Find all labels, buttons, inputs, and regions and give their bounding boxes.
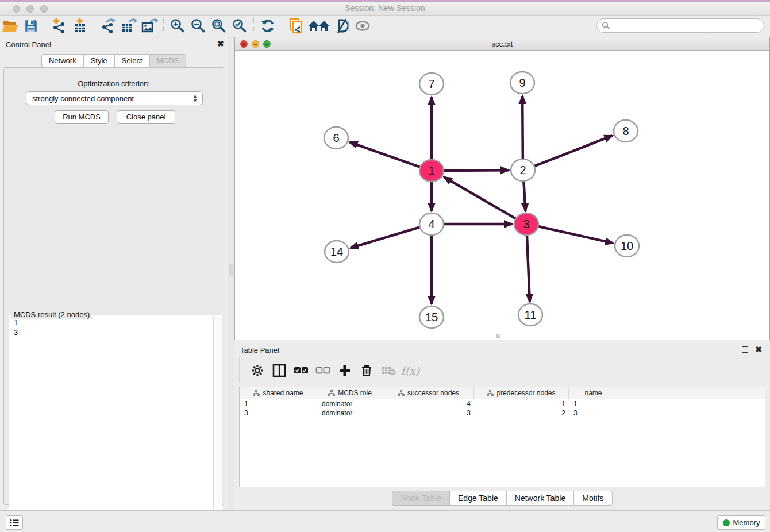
node-table[interactable]: shared name MCDS role successor nodes pr… <box>239 387 765 487</box>
table-cell[interactable]: 3 <box>240 408 317 418</box>
column-header-successor-nodes[interactable]: successor nodes <box>383 387 474 399</box>
close-table-panel-icon[interactable]: ✖ <box>755 345 762 354</box>
graph-node-6[interactable]: 6 <box>324 127 348 149</box>
control-panel-tabs: Network Style Select MCDS <box>0 54 228 67</box>
window-title: Session: New Session <box>0 3 770 13</box>
add-column-icon[interactable] <box>334 361 356 380</box>
tab-select[interactable]: Select <box>114 54 149 67</box>
splitter-grip[interactable] <box>229 264 233 276</box>
tab-motifs[interactable]: Motifs <box>573 491 612 506</box>
save-session-icon[interactable] <box>21 17 41 35</box>
import-network-icon[interactable] <box>49 17 70 35</box>
graph-svg[interactable]: 7968124314101511 <box>236 51 770 340</box>
split-view-icon[interactable] <box>268 361 290 380</box>
graph-node-3[interactable]: 3 <box>514 213 538 235</box>
table-cell[interactable]: 2 <box>474 408 569 418</box>
column-header-mcds-role[interactable]: MCDS role <box>317 387 383 399</box>
graph-node-15[interactable]: 15 <box>419 306 444 328</box>
graph-node-10[interactable]: 10 <box>615 235 639 257</box>
graph-node-4[interactable]: 4 <box>419 213 444 235</box>
mcds-result-line: 3 <box>14 327 213 337</box>
table-row[interactable]: 3dominator323 <box>240 408 765 418</box>
graph-edge-2-9[interactable] <box>522 96 523 160</box>
tab-node-table[interactable]: Node Table <box>392 491 449 506</box>
float-table-panel-icon[interactable] <box>742 346 748 353</box>
graph-edge-3-11[interactable] <box>527 234 530 302</box>
table-cell[interactable]: 1 <box>569 399 618 408</box>
export-image-icon[interactable] <box>139 17 160 35</box>
table-cell[interactable]: 3 <box>569 408 618 418</box>
graph-edge-2-8[interactable] <box>534 136 613 166</box>
column-header-name[interactable]: name <box>569 387 618 399</box>
table-cell[interactable]: dominator <box>317 399 383 408</box>
tab-style[interactable]: Style <box>83 54 114 67</box>
list-icon <box>10 519 19 527</box>
home-icon[interactable] <box>306 17 332 35</box>
tab-network[interactable]: Network <box>41 54 83 67</box>
run-mcds-button[interactable]: Run MCDS <box>55 110 109 124</box>
graph-edge-1-2[interactable] <box>443 170 509 171</box>
hierarchy-icon <box>398 390 405 396</box>
deselect-all-icon[interactable] <box>312 361 334 380</box>
delete-column-trash-icon[interactable] <box>356 361 378 380</box>
open-session-icon[interactable] <box>0 17 21 35</box>
graph-node-label: 7 <box>428 78 434 90</box>
zoom-fit-icon[interactable] <box>209 17 229 35</box>
panel-splitter[interactable] <box>228 36 234 510</box>
table-panel-title: Table Panel <box>240 346 279 354</box>
close-panel-icon[interactable]: ✖ <box>217 39 224 48</box>
tab-network-table[interactable]: Network Table <box>506 491 573 506</box>
import-table-icon[interactable] <box>70 17 90 35</box>
apply-layout-icon[interactable] <box>257 17 278 35</box>
graph-edge-2-3[interactable] <box>523 180 525 211</box>
graph-node-2[interactable]: 2 <box>511 159 535 181</box>
graph-node-label: 6 <box>333 132 339 144</box>
result-scrollbar[interactable] <box>213 316 221 530</box>
table-row[interactable]: 1dominator411 <box>240 399 765 408</box>
network-view-window: ✕ − + scc.txt 7968124314101511 <box>234 37 770 340</box>
memory-button[interactable]: Memory <box>717 515 765 530</box>
optimization-criterion-label: Optimization criterion: <box>4 79 224 88</box>
optimization-criterion-select[interactable]: strongly connected component ▲▼ <box>26 91 203 105</box>
graph-node-7[interactable]: 7 <box>419 73 444 95</box>
hide-details-icon[interactable] <box>332 17 352 35</box>
export-network-icon[interactable] <box>98 17 118 35</box>
table-cell[interactable]: 4 <box>383 399 474 408</box>
graph-node-label: 3 <box>523 218 529 230</box>
window-resize-handle[interactable] <box>496 334 500 338</box>
export-table-icon[interactable] <box>118 17 139 35</box>
close-panel-button[interactable]: Close panel <box>117 110 175 124</box>
zoom-out-icon[interactable] <box>188 17 209 35</box>
toolbar-separator <box>282 17 282 34</box>
copy-network-icon[interactable] <box>286 17 306 35</box>
graph-node-9[interactable]: 9 <box>510 72 534 94</box>
show-log-button[interactable] <box>6 515 23 530</box>
tab-edge-table[interactable]: Edge Table <box>449 491 506 506</box>
graph-node-11[interactable]: 11 <box>518 304 542 326</box>
graph-edge-1-6[interactable] <box>350 142 421 167</box>
graph-node-14[interactable]: 14 <box>325 241 349 263</box>
table-cell[interactable]: 3 <box>383 408 474 418</box>
column-header-shared-name[interactable]: shared name <box>240 387 317 399</box>
table-header-row: shared name MCDS role successor nodes pr… <box>240 387 765 399</box>
toolbar-search[interactable] <box>596 18 764 33</box>
search-input[interactable] <box>610 21 764 30</box>
graph-edge-4-14[interactable] <box>351 227 421 248</box>
table-cell[interactable]: 1 <box>240 399 317 408</box>
table-cell[interactable]: 1 <box>474 399 569 408</box>
graph-node-label: 2 <box>519 164 526 176</box>
column-header-predecessor-nodes[interactable]: predecessor nodes <box>474 387 569 399</box>
zoom-in-icon[interactable] <box>167 17 188 35</box>
gear-icon[interactable] <box>247 361 268 380</box>
graph-edge-3-1[interactable] <box>444 177 517 219</box>
graph-edge-3-10[interactable] <box>538 226 613 243</box>
graph-node-8[interactable]: 8 <box>614 120 638 142</box>
tab-mcds[interactable]: MCDS <box>149 54 186 67</box>
select-all-icon[interactable] <box>290 361 312 380</box>
float-panel-icon[interactable] <box>207 41 213 47</box>
table-cell[interactable]: dominator <box>317 408 383 418</box>
show-graphics-eye-icon[interactable] <box>352 17 373 35</box>
mcds-result-text[interactable]: 13 <box>10 318 213 530</box>
graph-node-1[interactable]: 1 <box>419 160 444 182</box>
zoom-selected-icon[interactable] <box>229 17 250 35</box>
